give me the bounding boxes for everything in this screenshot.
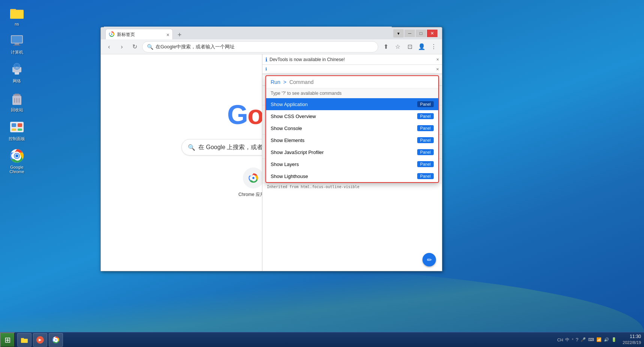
taskbar-clock[interactable]: 11:30 2022/8/19 [620,334,644,346]
svg-rect-4 [12,36,22,43]
address-text: 在Google中搜索，或者输入一个网址 [156,43,373,50]
desktop-icon-control[interactable]: 控制面板 [4,118,30,143]
svg-rect-22 [12,129,16,131]
desktop-icon-computer[interactable]: 计算机 [4,31,30,57]
icon-label-chrome: Google Chrome [5,165,28,174]
menu-button[interactable]: ⋮ [428,42,439,52]
new-tab-button[interactable]: + [174,30,185,40]
clock-date: 2022/8/19 [623,340,641,346]
window-controls-group: ▼ ─ □ ✕ [393,29,439,37]
svg-rect-5 [15,43,19,45]
command-item-show-elements[interactable]: Show Elements Panel [266,134,438,146]
command-item-show-css-overview[interactable]: Show CSS Overview Panel [266,110,438,122]
taskbar-tray: CH 中 ° ? 🎤 ⌨ 📶 🔊 🔋 [554,332,620,347]
notification2-close[interactable]: × [436,66,439,72]
edit-button[interactable]: ✏ [422,253,436,266]
taskbar-item-media[interactable]: ▶ [33,333,47,347]
start-button[interactable]: ⊞ [0,332,15,347]
tray-battery[interactable]: 🔋 [611,337,617,342]
command-item-show-js-profiler[interactable]: Show JavaScript Profiler Panel [266,146,438,158]
desktop-icon-network[interactable]: 网络 [4,60,30,85]
command-item-text-3: Show Elements [271,138,417,143]
google-o1: o [247,100,263,130]
svg-rect-6 [13,45,21,46]
tray-keyboard[interactable]: ⌨ [588,337,594,342]
command-item-text-0: Show Application [271,102,417,107]
svg-point-27 [15,154,18,157]
icon-label-ns: ns [15,22,19,26]
command-tag-6[interactable]: Panel [417,173,434,179]
search-icon: 🔍 [147,44,153,50]
styles-inherited-label: Inherited from html.focus-outline-visibl… [262,183,442,190]
svg-point-31 [252,177,255,179]
window-minimize-button[interactable]: ─ [404,30,415,37]
tray-network[interactable]: 📶 [596,337,602,342]
control-panel-icon [9,120,24,135]
desktop-icon-chrome[interactable]: Google Chrome [4,147,30,175]
tray-volume[interactable]: 🔊 [604,337,609,342]
command-tag-2[interactable]: Panel [417,125,434,131]
explorer-icon [21,336,28,344]
tray-ch[interactable]: CH [557,338,563,342]
back-button[interactable]: ‹ [104,42,114,52]
notification-text: DevTools is now available in Chinese! [270,57,345,62]
share-button[interactable]: ⬆ [380,42,391,52]
command-input-field[interactable] [289,79,434,85]
command-item-text-4: Show JavaScript Profiler [271,150,417,155]
tab-title: 新标签页 [117,31,135,38]
tab-close-button[interactable]: × [166,32,169,38]
taskbar-items: ▶ [15,333,554,347]
desktop-icon-ns[interactable]: ns [4,4,30,28]
network-icon [9,62,24,77]
svg-rect-33 [21,339,28,343]
chrome-apps-icon [243,168,264,188]
chrome-desktop-icon [9,148,24,163]
command-item-text-5: Show Layers [271,162,417,167]
window-maximize-button[interactable]: □ [416,30,426,37]
taskbar-item-chrome[interactable] [49,333,63,347]
desktop-icon-recycle[interactable]: 回收站 [4,89,30,114]
command-arrow: > [283,79,286,85]
desktop: ns 计算机 [0,0,644,347]
info-icon: ℹ [265,57,267,63]
svg-rect-23 [18,129,22,131]
command-tag-4[interactable]: Panel [417,149,434,155]
taskbar-item-explorer[interactable] [17,333,31,347]
run-label: Run [271,79,280,85]
command-tag-1[interactable]: Panel [417,113,434,119]
notification-close-button[interactable]: × [436,57,439,62]
browser-titlebar: 新标签页 × + ▼ ─ □ ✕ [101,27,442,39]
windows-logo-icon: ⊞ [4,335,11,344]
command-item-show-lighthouse[interactable]: Show Lighthouse Panel [266,170,438,182]
browser-window: 新标签页 × + ▼ ─ □ ✕ ‹ › ↻ 🔍 在Google中搜索，或者输入… [100,27,442,271]
tab-favicon [109,31,115,38]
taskbar: ⊞ ▶ [0,332,644,347]
recycle-icon [9,91,24,106]
profile-button[interactable]: 👤 [416,42,427,52]
browser-tab-newtab[interactable]: 新标签页 × [105,29,173,40]
bookmark-button[interactable]: ☆ [392,42,403,52]
command-hint-text: Type '?' to see available commands [266,88,438,98]
tray-question[interactable]: ? [576,337,578,343]
refresh-button[interactable]: ↻ [129,42,140,52]
tray-lang[interactable]: 中 [565,337,569,343]
tabs-bar: 新标签页 × + [104,27,392,40]
command-tag-3[interactable]: Panel [417,137,434,143]
command-item-show-application[interactable]: Show Application Panel [266,98,438,110]
address-bar[interactable]: 🔍 在Google中搜索，或者输入一个网址 [142,41,378,52]
clock-time: 11:30 [623,334,641,340]
chrome-taskbar-icon [52,336,60,344]
command-item-show-console[interactable]: Show Console Panel [266,122,438,134]
command-item-text-6: Show Lighthouse [271,174,417,179]
command-item-show-layers[interactable]: Show Layers Panel [266,158,438,170]
command-tag-5[interactable]: Panel [417,161,434,167]
svg-rect-20 [12,123,16,127]
window-dropdown-button[interactable]: ▼ [393,29,404,37]
svg-rect-15 [15,94,19,95]
window-close-button[interactable]: ✕ [427,30,437,37]
command-tag-0[interactable]: Panel [417,101,434,107]
sidebar-button[interactable]: ⊡ [404,42,415,52]
forward-button[interactable]: › [117,42,127,52]
tray-mic[interactable]: 🎤 [581,337,586,342]
devtools-notification2: ℹ × [262,65,442,74]
